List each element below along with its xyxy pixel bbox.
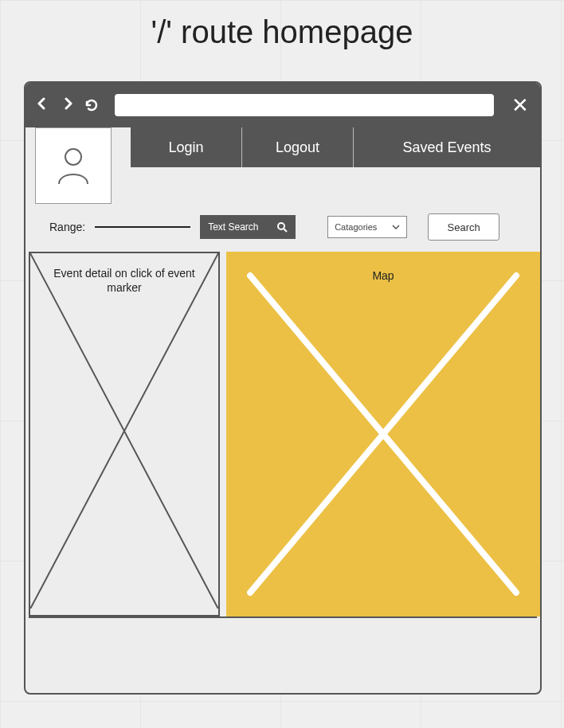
svg-point-1 bbox=[278, 223, 284, 229]
login-tab[interactable]: Login bbox=[131, 127, 242, 167]
svg-line-2 bbox=[284, 229, 287, 232]
user-icon bbox=[56, 146, 91, 186]
categories-label: Catagories bbox=[335, 222, 377, 232]
text-search-input[interactable]: Text Search bbox=[200, 215, 296, 239]
range-label: Range: bbox=[49, 221, 85, 233]
back-arrow-icon[interactable] bbox=[33, 97, 51, 114]
url-input[interactable] bbox=[115, 94, 494, 116]
forward-arrow-icon[interactable] bbox=[59, 97, 76, 114]
page-title: '/' route homepage bbox=[0, 0, 564, 50]
event-detail-panel: Event detail on click of event marker bbox=[29, 252, 220, 616]
placeholder-x-icon bbox=[30, 253, 218, 609]
browser-toolbar: ✕ bbox=[25, 83, 540, 127]
nav-tabs: Login Logout Saved Events bbox=[131, 127, 540, 167]
map-panel[interactable]: Map bbox=[226, 252, 540, 616]
saved-events-tab[interactable]: Saved Events bbox=[354, 127, 540, 167]
refresh-icon[interactable] bbox=[84, 98, 102, 112]
svg-point-0 bbox=[65, 149, 81, 165]
logout-tab[interactable]: Logout bbox=[242, 127, 354, 167]
controls-row: Range: Text Search Catagories Search bbox=[25, 204, 540, 252]
header-row: Login Logout Saved Events bbox=[25, 127, 540, 204]
bottom-panel bbox=[29, 616, 537, 683]
text-search-label: Text Search bbox=[208, 221, 258, 233]
search-button[interactable]: Search bbox=[428, 213, 499, 241]
map-label: Map bbox=[226, 269, 540, 282]
event-detail-label: Event detail on click of event marker bbox=[30, 266, 218, 295]
range-slider[interactable] bbox=[95, 226, 190, 228]
close-icon[interactable]: ✕ bbox=[508, 93, 532, 118]
chevron-down-icon bbox=[392, 225, 400, 229]
categories-select[interactable]: Catagories bbox=[327, 216, 407, 238]
main-row: Event detail on click of event marker Ma… bbox=[25, 252, 540, 616]
search-icon bbox=[276, 221, 288, 233]
placeholder-x-icon bbox=[226, 252, 540, 616]
browser-wireframe: ✕ Login Logout Saved Events Range: Text … bbox=[24, 81, 542, 695]
avatar[interactable] bbox=[35, 127, 112, 204]
